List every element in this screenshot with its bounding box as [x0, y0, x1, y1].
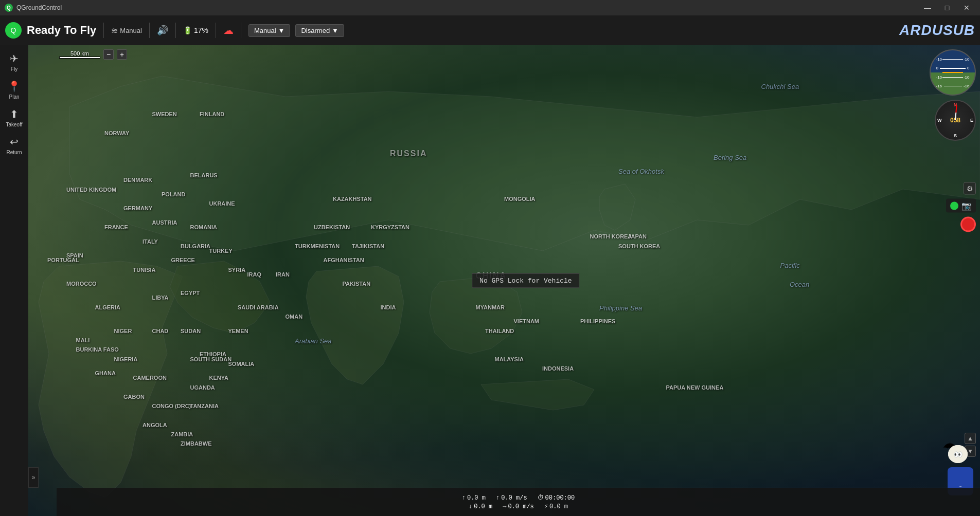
map-label: SWEDEN [152, 111, 177, 117]
titlebar-controls: — □ ✕ [918, 1, 976, 15]
scroll-up-button[interactable]: ▲ [965, 433, 976, 444]
ardusub-logo: ARDUSUB [899, 22, 975, 39]
mode-dropdown[interactable]: Manual ▼ [248, 24, 291, 37]
map-label: Arabian Sea [295, 337, 332, 345]
flight-mode-label: Manual [120, 27, 142, 34]
map-label: GABON [123, 394, 145, 400]
camera-button[interactable]: 📷 [961, 201, 972, 211]
map-label: ZIMBABWE [181, 440, 212, 447]
map-label: SOMALIA [228, 361, 255, 367]
map-label: JAPAN [628, 233, 647, 239]
map-label: OMAN [286, 314, 303, 320]
map-label: UZBEKISTAN [314, 224, 350, 230]
scale-ruler [59, 57, 100, 59]
scale-label: 500 km [70, 50, 89, 57]
map-label: NORTH KOREA [590, 233, 632, 239]
map-label: UKRAINE [209, 200, 235, 207]
map-label: GERMANY [123, 205, 152, 211]
map-label: MALI [76, 337, 90, 343]
map-label: CAMEROON [133, 375, 167, 381]
app-icon: Q [4, 3, 13, 12]
record-controls: 📷 [946, 199, 976, 213]
map-label: YEMEN [228, 328, 248, 334]
separator-5 [241, 23, 241, 38]
status-icon: Q [5, 22, 22, 39]
zoom-in-button[interactable]: + [117, 49, 127, 60]
record-button[interactable] [960, 217, 976, 232]
minimize-button[interactable]: — [918, 1, 937, 15]
sidebar-item-return[interactable]: ↩ Return [0, 133, 28, 158]
mode-dropdown-label: Manual [254, 27, 276, 34]
altitude-up-icon: ↑ [462, 494, 466, 502]
separator-2 [149, 23, 150, 38]
map-label: Chukchi Sea [761, 83, 799, 90]
instruments: -10-10 00 -10-10 -16-16 N S [930, 49, 976, 141]
altitude-value: 0.0 m [467, 494, 486, 502]
fly-icon: ✈ [10, 52, 19, 65]
map-label: RUSSIA [390, 149, 427, 158]
map-label: AFGHANISTAN [324, 257, 364, 263]
map-label: CHAD [152, 328, 169, 334]
scale-line: 500 km [59, 50, 100, 59]
gps-warning-text: No GPS Lock for Vehicle [479, 277, 572, 285]
battery-icon: 🔋 [183, 26, 192, 34]
map-label: ITALY [142, 238, 158, 245]
attitude-indicator: -10-10 00 -10-10 -16-16 [930, 49, 976, 96]
battery-percent: 17% [194, 26, 208, 34]
map-label: Bering Sea [714, 154, 746, 161]
sidebar-item-takeoff[interactable]: ⬆ Takeoff [0, 105, 28, 131]
map-label: Philippine Sea [599, 304, 642, 312]
right-controls: ⚙ 📷 [946, 182, 976, 232]
map-label: NORWAY [104, 130, 129, 136]
map-label: SAUDI ARABIA [238, 304, 279, 310]
status-row-1: ↑ 0.0 m ↑ 0.0 m/s ⏱ 00:00:00 [462, 494, 575, 502]
map-label: IRAQ [247, 271, 262, 278]
sidebar-item-fly[interactable]: ✈ Fly [0, 49, 28, 75]
map-label: BELARUS [190, 172, 218, 178]
signal-icon: ☁ [223, 24, 234, 36]
compass-south: S [954, 133, 957, 138]
map-label: THAILAND [485, 328, 514, 334]
depth-item: ↓ 0.0 m [469, 503, 492, 510]
close-button[interactable]: ✕ [957, 1, 976, 15]
attitude-horizon-line [942, 72, 963, 73]
depth-icon: ↓ [469, 503, 472, 510]
maximize-button[interactable]: □ [938, 1, 956, 15]
distance-item: ⚡ 0.0 m [544, 503, 568, 510]
titlebar: Q QGroundControl — □ ✕ [0, 0, 980, 15]
map-label: LIBYA [152, 294, 169, 301]
altitude-item: ↑ 0.0 m [462, 494, 486, 502]
map-label: PAKISTAN [343, 281, 371, 287]
sidebar-fly-label: Fly [11, 66, 17, 72]
map-label: ALGERIA [95, 304, 121, 310]
mode-dropdown-arrow: ▼ [278, 27, 285, 34]
map-label: UGANDA [190, 384, 215, 391]
settings-button[interactable]: ⚙ [964, 182, 976, 195]
distance-value: 0.0 m [549, 503, 568, 510]
arm-dropdown[interactable]: Disarmed ▼ [295, 24, 344, 37]
toolbar: Q Ready To Fly ≋ Manual 🔊 🔋 17% ☁ Manual… [0, 15, 980, 45]
sidebar-item-plan[interactable]: 📍 Plan [0, 77, 28, 103]
map-label: PAPUA NEW GUINEA [666, 384, 724, 391]
status-row-2: ↓ 0.0 m → 0.0 m/s ⚡ 0.0 m [469, 503, 568, 510]
map-label: Sea of Okhotsk [618, 168, 664, 175]
map-label: DENMARK [123, 177, 152, 183]
sidebar-expand-button[interactable]: » [28, 467, 39, 488]
map-label: TURKMENISTAN [295, 243, 340, 249]
climb-rate-icon: ↑ [496, 494, 500, 502]
zoom-out-button[interactable]: − [103, 49, 114, 60]
map-label: UNITED KINGDOM [66, 187, 116, 193]
climb-rate-item: ↑ 0.0 m/s [496, 494, 527, 502]
map-label: SYRIA [228, 267, 246, 273]
map-label: FINLAND [200, 111, 224, 117]
speaker-icon[interactable]: 🔊 [157, 25, 168, 36]
map-label: KENYA [209, 375, 229, 381]
map-label: MALAYSIA [495, 356, 524, 362]
record-status-indicator [950, 201, 958, 210]
map-label: ZAMBIA [171, 431, 193, 437]
ardusub-logo-text: ARDUSUB [899, 22, 975, 38]
map[interactable]: RUSSIACHINASWEDENFINLANDNORWAYDENMARKUNI… [28, 45, 980, 516]
separator-1 [103, 23, 104, 38]
map-label: SPAIN [66, 252, 83, 259]
status-text: Ready To Fly [27, 24, 96, 37]
